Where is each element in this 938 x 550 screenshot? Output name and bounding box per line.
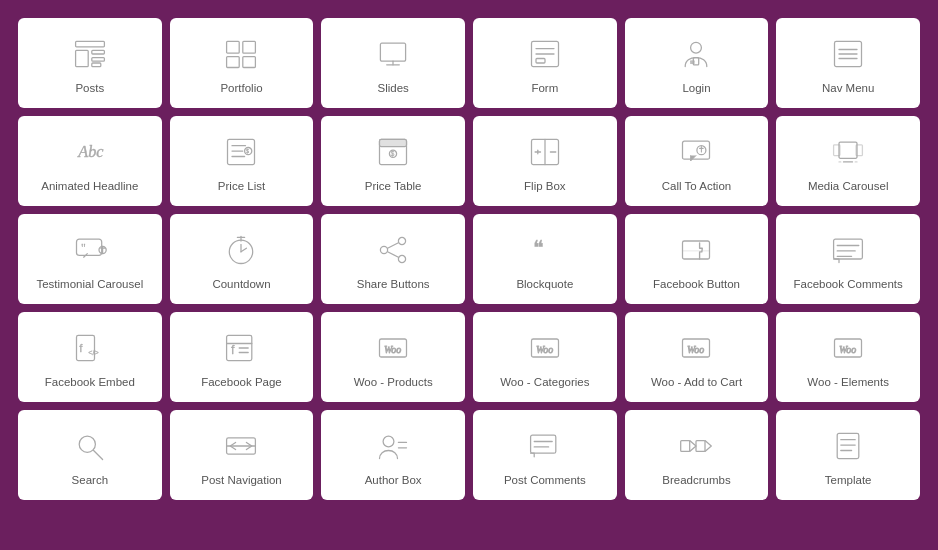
animated-headline-card[interactable]: AbcAnimated Headline bbox=[18, 116, 162, 206]
share-buttons-icon bbox=[371, 231, 415, 269]
form-card[interactable]: Form bbox=[473, 18, 617, 108]
countdown-icon bbox=[219, 231, 263, 269]
animated-headline-card-label: Animated Headline bbox=[41, 179, 138, 194]
woo-products-card[interactable]: WooWoo - Products bbox=[321, 312, 465, 402]
portfolio-card[interactable]: Portfolio bbox=[170, 18, 314, 108]
svg-text:❝: ❝ bbox=[533, 237, 544, 259]
svg-rect-1 bbox=[75, 50, 88, 66]
svg-rect-15 bbox=[536, 58, 545, 63]
price-list-card-label: Price List bbox=[218, 179, 265, 194]
svg-text:Woo: Woo bbox=[687, 344, 704, 355]
search-card[interactable]: Search bbox=[18, 410, 162, 500]
svg-rect-92 bbox=[681, 440, 690, 451]
slides-card-label: Slides bbox=[378, 81, 409, 96]
facebook-comments-card[interactable]: Facebook Comments bbox=[776, 214, 920, 304]
svg-text:</>: </> bbox=[88, 348, 98, 357]
breadcrumbs-card[interactable]: Breadcrumbs bbox=[625, 410, 769, 500]
blockquote-icon: ❝ bbox=[523, 231, 567, 269]
svg-line-57 bbox=[388, 242, 399, 247]
portfolio-card-label: Portfolio bbox=[220, 81, 262, 96]
form-icon bbox=[523, 35, 567, 73]
facebook-button-card[interactable]: Facebook Button bbox=[625, 214, 769, 304]
woo-icon: Woo bbox=[826, 329, 870, 367]
woo-icon: Woo bbox=[674, 329, 718, 367]
portfolio-icon bbox=[219, 35, 263, 73]
author-box-card-label: Author Box bbox=[365, 473, 422, 488]
nav-menu-card[interactable]: Nav Menu bbox=[776, 18, 920, 108]
slides-card[interactable]: Slides bbox=[321, 18, 465, 108]
flip-box-card[interactable]: Flip Box bbox=[473, 116, 617, 206]
price-list-icon: $ bbox=[219, 133, 263, 171]
svg-rect-4 bbox=[92, 63, 101, 67]
svg-rect-3 bbox=[92, 57, 105, 61]
svg-text:f: f bbox=[79, 340, 83, 353]
share-buttons-card-label: Share Buttons bbox=[357, 277, 430, 292]
svg-text:Woo: Woo bbox=[384, 344, 401, 355]
widget-grid: PostsPortfolioSlidesFormLoginNav MenuAbc… bbox=[10, 10, 928, 508]
media-carousel-card[interactable]: Media Carousel bbox=[776, 116, 920, 206]
svg-text:": " bbox=[81, 241, 86, 254]
svg-rect-0 bbox=[75, 41, 104, 46]
post-navigation-card[interactable]: Post Navigation bbox=[170, 410, 314, 500]
svg-text:$: $ bbox=[391, 150, 395, 157]
template-card[interactable]: Template bbox=[776, 410, 920, 500]
media-carousel-icon bbox=[826, 133, 870, 171]
blockquote-card-label: Blockquote bbox=[516, 277, 573, 292]
call-to-action-card[interactable]: Call To Action bbox=[625, 116, 769, 206]
media-carousel-card-label: Media Carousel bbox=[808, 179, 889, 194]
post-comments-card[interactable]: Post Comments bbox=[473, 410, 617, 500]
svg-rect-9 bbox=[381, 43, 406, 61]
post-navigation-icon bbox=[219, 427, 263, 465]
svg-rect-5 bbox=[227, 41, 240, 53]
woo-add-to-cart-card[interactable]: WooWoo - Add to Cart bbox=[625, 312, 769, 402]
post-navigation-card-label: Post Navigation bbox=[201, 473, 282, 488]
call-to-action-card-label: Call To Action bbox=[662, 179, 731, 194]
svg-text:$: $ bbox=[246, 148, 249, 154]
author-box-card[interactable]: Author Box bbox=[321, 410, 465, 500]
post-comments-icon bbox=[523, 427, 567, 465]
svg-rect-93 bbox=[696, 440, 705, 451]
facebook-page-card-label: Facebook Page bbox=[201, 375, 282, 390]
navmenu-icon bbox=[826, 35, 870, 73]
price-table-icon: $ bbox=[371, 133, 415, 171]
facebook-page-icon: f bbox=[219, 329, 263, 367]
posts-card[interactable]: Posts bbox=[18, 18, 162, 108]
facebook-comments-icon bbox=[826, 231, 870, 269]
login-icon bbox=[674, 35, 718, 73]
svg-rect-6 bbox=[243, 41, 256, 53]
svg-rect-94 bbox=[837, 433, 859, 458]
svg-rect-7 bbox=[227, 56, 240, 67]
svg-point-82 bbox=[79, 436, 95, 452]
facebook-embed-card[interactable]: f</>Facebook Embed bbox=[18, 312, 162, 402]
countdown-card[interactable]: Countdown bbox=[170, 214, 314, 304]
woo-categories-card[interactable]: WooWoo - Categories bbox=[473, 312, 617, 402]
call-to-action-icon bbox=[674, 133, 718, 171]
price-table-card-label: Price Table bbox=[365, 179, 422, 194]
nav-menu-card-label: Nav Menu bbox=[822, 81, 874, 96]
svg-line-83 bbox=[93, 450, 102, 459]
template-icon bbox=[826, 427, 870, 465]
search-icon bbox=[68, 427, 112, 465]
price-list-card[interactable]: $Price List bbox=[170, 116, 314, 206]
facebook-embed-card-label: Facebook Embed bbox=[45, 375, 135, 390]
price-table-card[interactable]: $Price Table bbox=[321, 116, 465, 206]
slides-icon bbox=[371, 35, 415, 73]
breadcrumbs-card-label: Breadcrumbs bbox=[662, 473, 730, 488]
woo-categories-card-label: Woo - Categories bbox=[500, 375, 589, 390]
blockquote-card[interactable]: ❝Blockquote bbox=[473, 214, 617, 304]
breadcrumbs-icon bbox=[674, 427, 718, 465]
svg-point-16 bbox=[691, 42, 702, 53]
share-buttons-card[interactable]: Share Buttons bbox=[321, 214, 465, 304]
posts-icon bbox=[68, 35, 112, 73]
posts-card-label: Posts bbox=[75, 81, 104, 96]
woo-elements-card[interactable]: WooWoo - Elements bbox=[776, 312, 920, 402]
testimonial-carousel-icon: " bbox=[68, 231, 112, 269]
login-card[interactable]: Login bbox=[625, 18, 769, 108]
svg-text:Woo: Woo bbox=[839, 344, 856, 355]
svg-rect-89 bbox=[530, 435, 555, 453]
facebook-button-icon bbox=[674, 231, 718, 269]
svg-text:f: f bbox=[232, 343, 236, 357]
svg-rect-23 bbox=[228, 139, 255, 164]
facebook-page-card[interactable]: fFacebook Page bbox=[170, 312, 314, 402]
testimonial-carousel-card[interactable]: "Testimonial Carousel bbox=[18, 214, 162, 304]
